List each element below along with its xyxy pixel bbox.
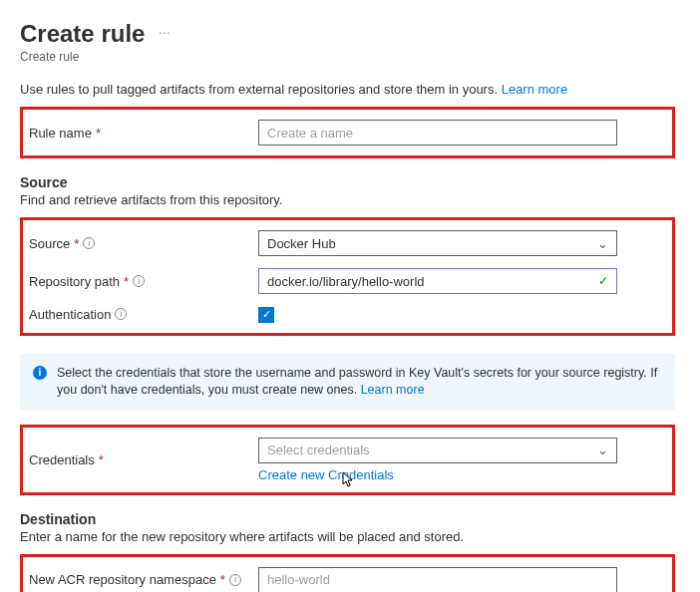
highlight-destination: New ACR repository namespace * i bbox=[20, 554, 675, 593]
highlight-rule-name: Rule name * bbox=[20, 107, 675, 158]
credentials-placeholder: Select credentials bbox=[267, 443, 370, 457]
info-learn-more-link[interactable]: Learn more bbox=[361, 383, 425, 397]
chevron-down-icon: ⌄ bbox=[597, 236, 608, 251]
repo-path-input[interactable]: docker.io/library/hello-world ✓ bbox=[258, 268, 617, 294]
info-icon[interactable]: i bbox=[83, 237, 95, 249]
auth-checkbox[interactable]: ✓ bbox=[258, 307, 274, 323]
required-icon: * bbox=[96, 126, 101, 141]
source-select[interactable]: Docker Hub ⌄ bbox=[258, 230, 617, 256]
highlight-source: Source * i Docker Hub ⌄ Repository path … bbox=[20, 217, 675, 336]
destination-desc: Enter a name for the new repository wher… bbox=[20, 529, 675, 544]
info-icon[interactable]: i bbox=[133, 275, 145, 287]
check-icon: ✓ bbox=[598, 274, 608, 288]
info-icon[interactable]: i bbox=[229, 574, 241, 586]
info-icon[interactable]: i bbox=[115, 308, 127, 320]
page-title: Create rule bbox=[20, 20, 145, 48]
repo-path-label: Repository path bbox=[29, 274, 120, 289]
highlight-credentials: Credentials * Select credentials ⌄ Creat… bbox=[20, 425, 675, 495]
info-text: Select the credentials that store the us… bbox=[57, 366, 657, 398]
intro-text: Use rules to pull tagged artifacts from … bbox=[20, 82, 675, 97]
chevron-down-icon: ⌄ bbox=[597, 443, 608, 457]
namespace-input[interactable] bbox=[258, 567, 617, 593]
destination-heading: Destination bbox=[20, 511, 675, 527]
source-label: Source bbox=[29, 236, 70, 251]
source-heading: Source bbox=[20, 174, 675, 190]
required-icon: * bbox=[74, 236, 79, 251]
source-select-value: Docker Hub bbox=[267, 236, 336, 251]
create-credentials-link[interactable]: Create new Credentials bbox=[258, 467, 666, 482]
rule-name-input[interactable] bbox=[258, 120, 617, 146]
credentials-select[interactable]: Select credentials ⌄ bbox=[258, 438, 617, 463]
required-icon: * bbox=[220, 572, 225, 587]
credentials-info-box: i Select the credentials that store the … bbox=[20, 354, 675, 411]
learn-more-link[interactable]: Learn more bbox=[502, 82, 567, 97]
repo-path-value: docker.io/library/hello-world bbox=[267, 274, 425, 289]
required-icon: * bbox=[124, 274, 129, 289]
breadcrumb: Create rule bbox=[20, 50, 675, 64]
info-icon: i bbox=[33, 366, 47, 380]
namespace-label: New ACR repository namespace bbox=[29, 572, 216, 587]
rule-name-label: Rule name bbox=[29, 126, 92, 141]
intro-text-content: Use rules to pull tagged artifacts from … bbox=[20, 82, 502, 97]
source-desc: Find and retrieve artifacts from this re… bbox=[20, 192, 675, 207]
credentials-label: Credentials bbox=[29, 452, 95, 467]
auth-label: Authentication bbox=[29, 307, 111, 322]
more-icon[interactable]: ··· bbox=[159, 24, 171, 40]
required-icon: * bbox=[99, 452, 104, 467]
